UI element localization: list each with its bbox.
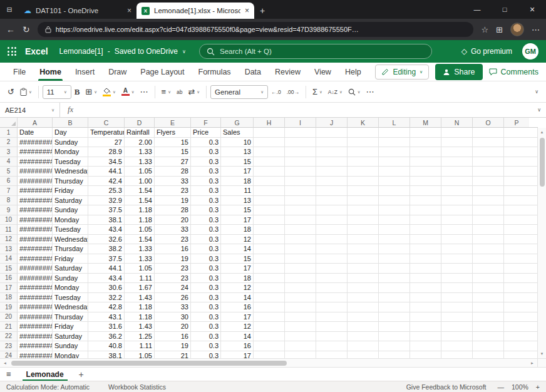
cell-I1[interactable] bbox=[285, 128, 316, 138]
cell-J24[interactable] bbox=[316, 351, 348, 359]
cell-B16[interactable]: Sunday bbox=[53, 274, 88, 284]
cell-A11[interactable]: ######### bbox=[18, 225, 53, 235]
cell-O16[interactable] bbox=[473, 274, 504, 284]
cell-C23[interactable]: 40.8 bbox=[88, 341, 125, 351]
cell-K2[interactable] bbox=[348, 138, 379, 148]
row-header-22[interactable]: 22 bbox=[0, 332, 18, 342]
cell-J18[interactable] bbox=[316, 293, 348, 303]
row-header-4[interactable]: 4 bbox=[0, 157, 18, 167]
url-bar[interactable]: https://onedrive.live.com/edit.aspx?cid=… bbox=[38, 22, 474, 37]
cell-P9[interactable] bbox=[504, 205, 537, 215]
comments-button[interactable]: Comments bbox=[489, 68, 540, 76]
cell-P10[interactable] bbox=[504, 215, 537, 225]
cell-P6[interactable] bbox=[504, 177, 537, 187]
cell-L24[interactable] bbox=[379, 351, 410, 359]
cell-P22[interactable] bbox=[504, 332, 537, 342]
cell-J16[interactable] bbox=[316, 274, 348, 284]
row-header-3[interactable]: 3 bbox=[0, 147, 18, 157]
row-header-23[interactable]: 23 bbox=[0, 341, 18, 351]
cell-P16[interactable] bbox=[504, 274, 537, 284]
cell-P1[interactable] bbox=[504, 128, 537, 138]
cell-C22[interactable]: 36.2 bbox=[88, 332, 125, 342]
horizontal-scroll-thumb[interactable] bbox=[11, 361, 287, 366]
cell-D17[interactable]: 1.67 bbox=[125, 283, 155, 293]
ribbon-tab-data[interactable]: Data bbox=[238, 63, 268, 81]
cell-F22[interactable]: 0.3 bbox=[191, 332, 221, 342]
cell-K17[interactable] bbox=[348, 283, 379, 293]
cell-C18[interactable]: 32.2 bbox=[88, 293, 125, 303]
cell-O18[interactable] bbox=[473, 293, 504, 303]
cell-I2[interactable] bbox=[285, 138, 316, 148]
cell-C13[interactable]: 38.2 bbox=[88, 244, 125, 254]
ribbon-tab-help[interactable]: Help bbox=[338, 63, 368, 81]
cell-G18[interactable]: 14 bbox=[221, 293, 254, 303]
browser-tab-onedrive[interactable]: ☁ DAT101 - OneDrive × bbox=[19, 3, 136, 19]
favorites-star-icon[interactable]: ☆ bbox=[481, 25, 488, 34]
app-launcher-icon[interactable] bbox=[8, 47, 16, 56]
cell-J7[interactable] bbox=[316, 186, 348, 196]
cell-M8[interactable] bbox=[410, 196, 441, 206]
cell-O17[interactable] bbox=[473, 283, 504, 293]
cell-A8[interactable]: ######### bbox=[18, 196, 53, 206]
cell-M16[interactable] bbox=[410, 274, 441, 284]
fx-icon[interactable]: fx bbox=[60, 105, 81, 115]
cell-M14[interactable] bbox=[410, 254, 441, 264]
cell-M22[interactable] bbox=[410, 332, 441, 342]
cell-E3[interactable]: 15 bbox=[155, 147, 191, 157]
cell-A22[interactable]: ######### bbox=[18, 332, 53, 342]
cell-K7[interactable] bbox=[348, 186, 379, 196]
search-input[interactable]: Search (Alt + Q) bbox=[199, 44, 432, 59]
zoom-out-button[interactable]: — bbox=[498, 383, 505, 391]
cell-M20[interactable] bbox=[410, 312, 441, 322]
cell-F11[interactable]: 0.3 bbox=[191, 225, 221, 235]
cell-H16[interactable] bbox=[254, 274, 285, 284]
cell-H19[interactable] bbox=[254, 302, 285, 312]
font-color-button[interactable]: A ∨ bbox=[119, 84, 137, 100]
cell-I15[interactable] bbox=[285, 264, 316, 274]
cell-P15[interactable] bbox=[504, 264, 537, 274]
cell-E18[interactable]: 26 bbox=[155, 293, 191, 303]
cell-K20[interactable] bbox=[348, 312, 379, 322]
cell-J2[interactable] bbox=[316, 138, 348, 148]
cell-B15[interactable]: Saturday bbox=[53, 264, 88, 274]
column-header-J[interactable]: J bbox=[316, 118, 348, 128]
cell-P20[interactable] bbox=[504, 312, 537, 322]
cell-J8[interactable] bbox=[316, 196, 348, 206]
cell-H10[interactable] bbox=[254, 215, 285, 225]
cell-O1[interactable] bbox=[473, 128, 504, 138]
cell-F19[interactable]: 0.3 bbox=[191, 302, 221, 312]
cell-P14[interactable] bbox=[504, 254, 537, 264]
cell-C1[interactable]: Temperature bbox=[88, 128, 125, 138]
cell-P4[interactable] bbox=[504, 157, 537, 167]
cell-M2[interactable] bbox=[410, 138, 441, 148]
cell-H4[interactable] bbox=[254, 157, 285, 167]
cell-M19[interactable] bbox=[410, 302, 441, 312]
cell-K4[interactable] bbox=[348, 157, 379, 167]
cell-O8[interactable] bbox=[473, 196, 504, 206]
cell-L10[interactable] bbox=[379, 215, 410, 225]
share-button[interactable]: Share bbox=[435, 64, 482, 80]
cell-F4[interactable]: 0.3 bbox=[191, 157, 221, 167]
font-size-select[interactable]: 11 ∨ bbox=[43, 85, 71, 99]
cell-D9[interactable]: 1.18 bbox=[125, 205, 155, 215]
cell-F5[interactable]: 0.3 bbox=[191, 167, 221, 177]
cell-K24[interactable] bbox=[348, 351, 379, 359]
cell-D12[interactable]: 1.54 bbox=[125, 235, 155, 245]
cell-D1[interactable]: Rainfall bbox=[125, 128, 155, 138]
cell-O3[interactable] bbox=[473, 147, 504, 157]
cell-D5[interactable]: 1.05 bbox=[125, 167, 155, 177]
cell-O12[interactable] bbox=[473, 235, 504, 245]
cell-J14[interactable] bbox=[316, 254, 348, 264]
cell-L8[interactable] bbox=[379, 196, 410, 206]
editing-mode-button[interactable]: Editing ∨ bbox=[375, 64, 429, 80]
cell-M6[interactable] bbox=[410, 177, 441, 187]
cell-G8[interactable]: 13 bbox=[221, 196, 254, 206]
cell-B8[interactable]: Saturday bbox=[53, 196, 88, 206]
cell-A23[interactable]: ######### bbox=[18, 341, 53, 351]
column-header-N[interactable]: N bbox=[441, 118, 473, 128]
browser-tab-excel[interactable]: X Lemonade[1].xlsx - Microsoft Exc × bbox=[136, 3, 254, 19]
cell-K1[interactable] bbox=[348, 128, 379, 138]
chevron-down-icon[interactable]: ∨ bbox=[182, 49, 186, 54]
cell-E11[interactable]: 33 bbox=[155, 225, 191, 235]
cell-H15[interactable] bbox=[254, 264, 285, 274]
